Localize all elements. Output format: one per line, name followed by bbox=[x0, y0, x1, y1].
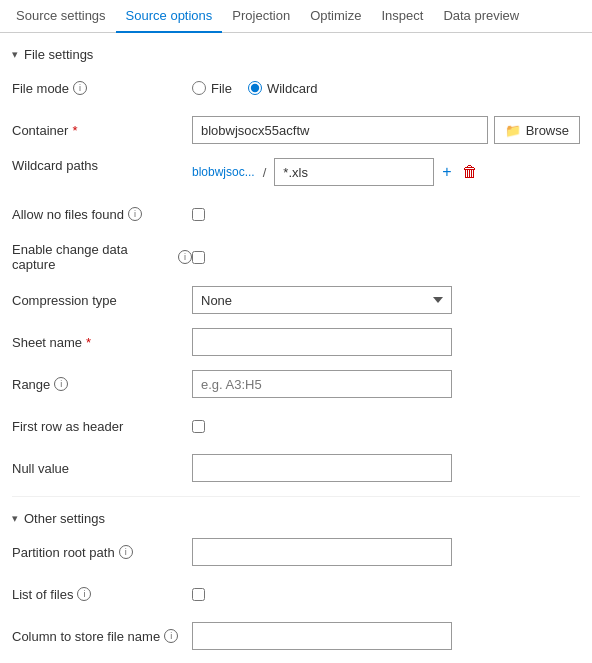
enable-change-checkbox[interactable] bbox=[192, 251, 205, 264]
first-row-header-row: First row as header bbox=[12, 412, 580, 440]
file-mode-wildcard-option[interactable]: Wildcard bbox=[248, 81, 318, 96]
wildcard-paths-row: Wildcard paths blobwjsoc... / + 🗑 bbox=[12, 158, 580, 186]
file-settings-header[interactable]: ▾ File settings bbox=[12, 47, 580, 62]
container-input[interactable] bbox=[192, 116, 488, 144]
sheet-name-input[interactable] bbox=[192, 328, 452, 356]
browse-icon: 📁 bbox=[505, 123, 521, 138]
null-value-label: Null value bbox=[12, 461, 192, 476]
column-store-filename-label: Column to store file name i bbox=[12, 629, 192, 644]
sheet-name-label: Sheet name * bbox=[12, 335, 192, 350]
file-mode-file-radio[interactable] bbox=[192, 81, 206, 95]
tab-source-options[interactable]: Source options bbox=[116, 0, 223, 33]
allow-no-files-info-icon[interactable]: i bbox=[128, 207, 142, 221]
range-input[interactable] bbox=[192, 370, 452, 398]
range-info-icon[interactable]: i bbox=[54, 377, 68, 391]
file-mode-row: File mode i File Wildcard bbox=[12, 74, 580, 102]
tab-optimize[interactable]: Optimize bbox=[300, 0, 371, 33]
first-row-header-label: First row as header bbox=[12, 419, 192, 434]
column-store-filename-input[interactable] bbox=[192, 622, 452, 650]
delete-wildcard-button[interactable]: 🗑 bbox=[460, 161, 480, 183]
tab-projection[interactable]: Projection bbox=[222, 0, 300, 33]
null-value-input[interactable] bbox=[192, 454, 452, 482]
trash-icon: 🗑 bbox=[462, 163, 478, 181]
first-row-header-checkbox[interactable] bbox=[192, 420, 205, 433]
compression-type-control: None GZip Deflate BZip2 ZipDeflate TarGZ… bbox=[192, 286, 580, 314]
column-store-filename-info-icon[interactable]: i bbox=[164, 629, 178, 643]
list-of-files-label: List of files i bbox=[12, 587, 192, 602]
file-mode-info-icon[interactable]: i bbox=[73, 81, 87, 95]
tab-source-settings[interactable]: Source settings bbox=[6, 0, 116, 33]
compression-type-select[interactable]: None GZip Deflate BZip2 ZipDeflate TarGZ… bbox=[192, 286, 452, 314]
wildcard-slash: / bbox=[263, 165, 267, 180]
null-value-row: Null value bbox=[12, 454, 580, 482]
wildcard-paths-inner: blobwjsoc... / + 🗑 bbox=[192, 158, 480, 186]
wildcard-paths-control: blobwjsoc... / + 🗑 bbox=[192, 158, 580, 186]
container-row: Container * 📁 Browse bbox=[12, 116, 580, 144]
allow-no-files-row: Allow no files found i bbox=[12, 200, 580, 228]
enable-change-info-icon[interactable]: i bbox=[178, 250, 192, 264]
first-row-header-control bbox=[192, 420, 580, 433]
container-label: Container * bbox=[12, 123, 192, 138]
sheet-name-row: Sheet name * bbox=[12, 328, 580, 356]
compression-type-row: Compression type None GZip Deflate BZip2… bbox=[12, 286, 580, 314]
other-chevron-down-icon: ▾ bbox=[12, 512, 18, 525]
range-row: Range i bbox=[12, 370, 580, 398]
browse-button[interactable]: 📁 Browse bbox=[494, 116, 580, 144]
other-settings-header[interactable]: ▾ Other settings bbox=[12, 511, 580, 526]
content-area: ▾ File settings File mode i File Wildcar… bbox=[0, 33, 592, 663]
list-of-files-row: List of files i bbox=[12, 580, 580, 608]
enable-change-control bbox=[192, 251, 580, 264]
list-of-files-checkbox[interactable] bbox=[192, 588, 205, 601]
list-of-files-info-icon[interactable]: i bbox=[77, 587, 91, 601]
allow-no-files-checkbox[interactable] bbox=[192, 208, 205, 221]
file-mode-control: File Wildcard bbox=[192, 81, 580, 96]
tab-data-preview[interactable]: Data preview bbox=[433, 0, 529, 33]
list-of-files-control bbox=[192, 588, 580, 601]
file-settings-label: File settings bbox=[24, 47, 93, 62]
file-mode-label: File mode i bbox=[12, 81, 192, 96]
file-mode-file-option[interactable]: File bbox=[192, 81, 232, 96]
column-store-filename-row: Column to store file name i bbox=[12, 622, 580, 650]
wildcard-prefix: blobwjsoc... bbox=[192, 165, 255, 179]
partition-root-path-label: Partition root path i bbox=[12, 545, 192, 560]
tab-bar: Source settings Source options Projectio… bbox=[0, 0, 592, 33]
enable-change-label: Enable change data capture i bbox=[12, 242, 192, 272]
plus-icon: + bbox=[442, 163, 451, 181]
null-value-control bbox=[192, 454, 580, 482]
chevron-down-icon: ▾ bbox=[12, 48, 18, 61]
compression-type-label: Compression type bbox=[12, 293, 192, 308]
wildcard-paths-label: Wildcard paths bbox=[12, 158, 192, 173]
allow-no-files-label: Allow no files found i bbox=[12, 207, 192, 222]
range-control bbox=[192, 370, 580, 398]
tab-inspect[interactable]: Inspect bbox=[371, 0, 433, 33]
sheet-name-control bbox=[192, 328, 580, 356]
allow-no-files-control bbox=[192, 208, 580, 221]
enable-change-row: Enable change data capture i bbox=[12, 242, 580, 272]
file-mode-wildcard-radio[interactable] bbox=[248, 81, 262, 95]
partition-root-path-row: Partition root path i bbox=[12, 538, 580, 566]
other-settings-label: Other settings bbox=[24, 511, 105, 526]
column-store-filename-control bbox=[192, 622, 580, 650]
wildcard-path-input[interactable] bbox=[274, 158, 434, 186]
partition-root-path-info-icon[interactable]: i bbox=[119, 545, 133, 559]
container-control: 📁 Browse bbox=[192, 116, 580, 144]
range-label: Range i bbox=[12, 377, 192, 392]
partition-root-path-control bbox=[192, 538, 580, 566]
partition-root-path-input[interactable] bbox=[192, 538, 452, 566]
add-wildcard-button[interactable]: + bbox=[440, 161, 453, 183]
